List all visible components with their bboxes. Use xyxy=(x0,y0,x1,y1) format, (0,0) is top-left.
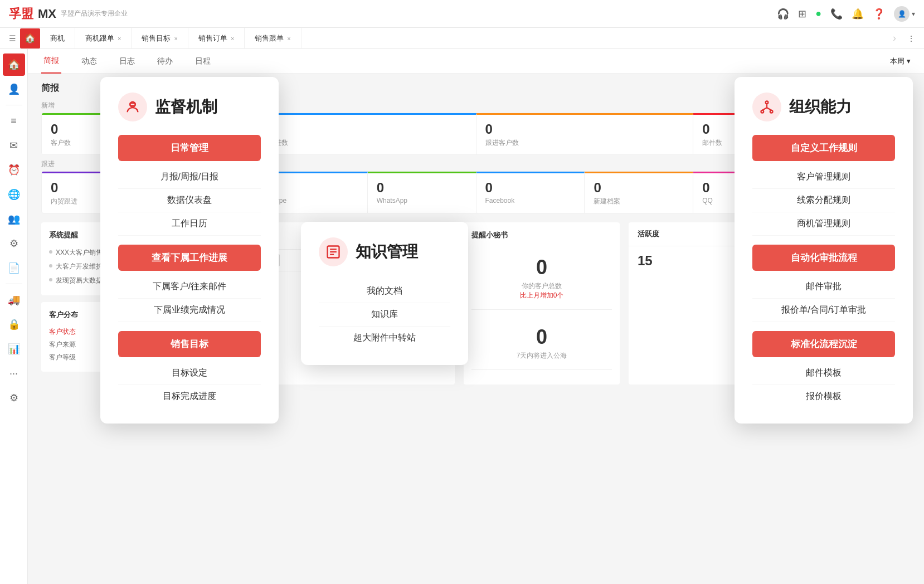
metric-newfile: 0 新建档案 xyxy=(585,172,693,213)
supervision-view-btn[interactable]: 查看下属工作进展 xyxy=(118,245,261,271)
tab-close-icon-4[interactable]: × xyxy=(287,35,290,42)
sub-nav-jianbao[interactable]: 简报 xyxy=(41,49,61,74)
tab-close-icon-2[interactable]: × xyxy=(174,35,177,42)
sidebar-item-clock[interactable]: ⏰ xyxy=(3,159,25,181)
nav-tab-xiaoshou-mubiao[interactable]: 销售目标 × xyxy=(132,28,188,49)
nav-tab-shangji-gendan[interactable]: 商机跟单 × xyxy=(75,28,132,49)
sub-nav: 简报 动态 日志 待办 日程 本周 ▾ xyxy=(28,49,924,74)
sidebar-divider-2 xyxy=(6,284,22,284)
org-item-4[interactable]: 邮件审批 xyxy=(752,275,895,299)
add-tab-button[interactable]: › xyxy=(886,32,903,44)
avatar-chevron: ▾ xyxy=(912,10,915,18)
card-organization: 组织能力 自定义工作规则 客户管理规则 线索分配规则 商机管理规则 自动化审批流… xyxy=(735,77,913,424)
period-selector[interactable]: 本周 ▾ xyxy=(890,56,911,66)
sub-nav-rizhi[interactable]: 日志 xyxy=(117,49,137,74)
nav-tabs-bar: ☰ 🏠 商机 商机跟单 × 销售目标 × 销售订单 × 销售跟单 × › ⋮ xyxy=(0,28,924,49)
metric-label-followup: 跟进数 xyxy=(268,138,467,148)
card-supervision: 监督机制 日常管理 月报/周报/日报 数据仪表盘 工作日历 查看下属工作进展 下… xyxy=(100,77,279,424)
sidebar-item-shield[interactable]: 🔒 xyxy=(3,313,25,335)
sidebar-item-more[interactable]: ··· xyxy=(3,362,25,385)
knowledge-item-1[interactable]: 我的文档 xyxy=(319,280,450,303)
svg-point-6 xyxy=(766,101,769,104)
reminder-customer-label: 你的客户总数 xyxy=(471,281,612,291)
sidebar-item-doc[interactable]: 📄 xyxy=(3,257,25,279)
org-item-1[interactable]: 客户管理规则 xyxy=(752,166,895,189)
organization-header: 组织能力 xyxy=(752,93,895,121)
card-knowledge: 知识管理 我的文档 知识库 超大附件中转站 xyxy=(301,222,468,365)
supervision-icon xyxy=(118,93,147,121)
supervision-item-2[interactable]: 数据仪表盘 xyxy=(118,189,261,212)
tab-close-icon-3[interactable]: × xyxy=(231,35,234,42)
knowledge-item-3[interactable]: 超大附件中转站 xyxy=(319,327,450,349)
org-rules-btn[interactable]: 自定义工作规则 xyxy=(752,135,895,161)
supervision-item-5[interactable]: 下属业绩完成情况 xyxy=(118,299,261,322)
supervision-item-4[interactable]: 下属客户/往来邮件 xyxy=(118,275,261,299)
reminder-sea-label: 7天内将进入公海 xyxy=(471,351,612,361)
supervision-item-3[interactable]: 工作日历 xyxy=(118,212,261,236)
sidebar-item-globe[interactable]: 🌐 xyxy=(3,183,25,206)
supervision-item-7[interactable]: 目标完成进度 xyxy=(118,385,261,408)
svg-rect-1 xyxy=(130,103,135,106)
reminder-title: 提醒小秘书 xyxy=(471,230,612,240)
sidebar-item-mail[interactable]: ✉ xyxy=(3,134,25,157)
sidebar-item-bottom[interactable]: ⚙ xyxy=(3,387,25,409)
org-standard-btn[interactable]: 标准化流程沉淀 xyxy=(752,331,895,357)
nav-tab-shagngi[interactable]: 商机 xyxy=(40,28,75,49)
organization-icon xyxy=(752,93,781,121)
sidebar-divider-1 xyxy=(6,105,22,105)
sub-nav-dongtai[interactable]: 动态 xyxy=(79,49,99,74)
reminder-stat-1: 0 你的客户总数 比上月增加0个 xyxy=(471,247,612,310)
sidebar-item-contacts[interactable]: 👤 xyxy=(3,78,25,100)
org-item-5[interactable]: 报价单/合同/订单审批 xyxy=(752,299,895,322)
reminder-panel: 提醒小秘书 0 你的客户总数 比上月增加0个 0 7天内将进入公海 xyxy=(464,222,620,385)
knowledge-title: 知识管理 xyxy=(356,241,418,262)
header-icons-area: 🎧 ⊞ ● 📞 🔔 ❓ 👤 ▾ xyxy=(777,6,915,22)
more-tabs-button[interactable]: ⋮ xyxy=(903,34,920,43)
org-item-3[interactable]: 商机管理规则 xyxy=(752,212,895,236)
reminder-stat-2: 0 7天内将进入公海 xyxy=(471,317,612,370)
home-tab-button[interactable]: 🏠 xyxy=(20,28,40,48)
sub-nav-right: 本周 ▾ xyxy=(890,56,911,66)
svg-point-8 xyxy=(770,110,773,113)
bell-icon[interactable]: 🔔 xyxy=(852,8,864,20)
nav-tab-xiaoshou-dingdan[interactable]: 销售订单 × xyxy=(188,28,245,49)
org-item-7[interactable]: 报价模板 xyxy=(752,385,895,408)
supervision-item-6[interactable]: 目标设定 xyxy=(118,362,261,385)
avatar-area[interactable]: 👤 ▾ xyxy=(894,6,915,22)
supervision-target-btn[interactable]: 销售目标 xyxy=(118,331,261,357)
supervision-daily-btn[interactable]: 日常管理 xyxy=(118,135,261,161)
sidebar: 🏠 👤 ≡ ✉ ⏰ 🌐 👥 ⚙ 📄 🚚 🔒 📊 ··· ⚙ xyxy=(0,49,28,584)
metric-followup: 0 跟进数 xyxy=(259,113,476,154)
sub-nav-richeng[interactable]: 日程 xyxy=(193,49,213,74)
knowledge-item-2[interactable]: 知识库 xyxy=(319,303,450,327)
help-icon[interactable]: ❓ xyxy=(873,8,885,20)
supervision-item-1[interactable]: 月报/周报/日报 xyxy=(118,166,261,189)
sidebar-item-user2[interactable]: 👥 xyxy=(3,208,25,230)
logo-subtitle: 孚盟产品演示专用企业 xyxy=(61,9,128,18)
supervision-title: 监督机制 xyxy=(155,96,217,118)
main-layout: 🏠 👤 ≡ ✉ ⏰ 🌐 👥 ⚙ 📄 🚚 🔒 📊 ··· ⚙ 简报 动态 日志 xyxy=(0,49,924,584)
sidebar-item-home[interactable]: 🏠 xyxy=(3,53,25,76)
sidebar-item-list[interactable]: ≡ xyxy=(3,110,25,132)
headset-icon[interactable]: 🎧 xyxy=(777,8,789,20)
whatsapp-icon[interactable]: ● xyxy=(815,8,821,20)
grid-icon[interactable]: ⊞ xyxy=(798,8,806,20)
tab-close-icon[interactable]: × xyxy=(118,35,121,42)
knowledge-header: 知识管理 xyxy=(319,237,450,266)
sidebar-item-truck[interactable]: 🚚 xyxy=(3,289,25,311)
nav-tab-xiaoshou-gendan[interactable]: 销售跟单 × xyxy=(245,28,301,49)
sub-nav-daiban[interactable]: 待办 xyxy=(155,49,175,74)
collapse-sidebar-button[interactable]: ☰ xyxy=(4,31,20,46)
phone-icon[interactable]: 📞 xyxy=(830,8,843,20)
reminder-sea-count: 0 xyxy=(471,325,612,349)
org-approval-btn[interactable]: 自动化审批流程 xyxy=(752,245,895,271)
svg-line-11 xyxy=(767,108,771,110)
alert-dot-1 xyxy=(49,250,52,254)
nav-tab-label-5: 销售跟单 xyxy=(255,33,284,43)
org-item-2[interactable]: 线索分配规则 xyxy=(752,189,895,212)
org-item-6[interactable]: 邮件模板 xyxy=(752,362,895,385)
sidebar-item-settings[interactable]: ⚙ xyxy=(3,232,25,255)
sidebar-item-chart[interactable]: 📊 xyxy=(3,338,25,360)
avatar: 👤 xyxy=(894,6,910,22)
metric-whatsapp: 0 WhatsApp xyxy=(368,172,476,213)
